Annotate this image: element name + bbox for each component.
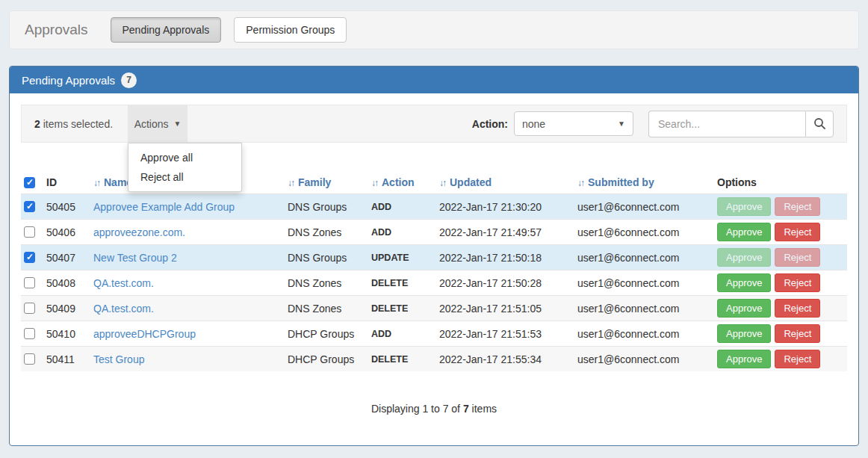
- row-submitted-by: user1@6connect.com: [577, 277, 717, 289]
- row-submitted-by: user1@6connect.com: [577, 201, 717, 213]
- row-name-link[interactable]: Approvee Example Add Group: [93, 201, 235, 213]
- row-updated: 2022-Jan-17 21:51:05: [439, 303, 577, 315]
- row-action: ADD: [371, 329, 439, 339]
- pagination-prefix: Displaying 1 to 7 of: [371, 403, 460, 415]
- reject-button[interactable]: Reject: [775, 273, 820, 292]
- row-checkbox[interactable]: [24, 277, 35, 288]
- row-family: DNS Zones: [288, 303, 371, 315]
- table-body: 50405 Approvee Example Add Group DNS Gro…: [21, 194, 847, 371]
- table-row: 50408 QA.test.com. DNS Zones DELETE 2022…: [21, 270, 847, 295]
- row-name-link[interactable]: Test Group: [93, 353, 144, 365]
- reject-button[interactable]: Reject: [775, 324, 820, 343]
- row-action: ADD: [371, 227, 439, 238]
- page-header: Approvals Pending Approvals Permission G…: [9, 10, 859, 49]
- column-header-family[interactable]: ↓↑Family: [288, 176, 371, 188]
- row-action: DELETE: [371, 354, 439, 365]
- row-submitted-by: user1@6connect.com: [577, 303, 717, 315]
- row-checkbox[interactable]: [24, 353, 35, 365]
- table-row: 50407 New Test Group 2 DNS Groups UPDATE…: [21, 244, 847, 270]
- row-updated: 2022-Jan-17 21:55:34: [439, 353, 577, 365]
- actions-menu: Approve all Reject all: [128, 143, 242, 192]
- row-id: 50408: [46, 277, 93, 289]
- sort-icon: ↓↑: [577, 178, 583, 188]
- approve-button[interactable]: Approve: [717, 248, 771, 267]
- column-header-updated[interactable]: ↓↑Updated: [439, 176, 577, 188]
- approve-button[interactable]: Approve: [717, 299, 771, 318]
- approve-button[interactable]: Approve: [717, 223, 771, 241]
- tab-permission-groups[interactable]: Permission Groups: [234, 17, 347, 43]
- column-header-id: ID: [46, 176, 93, 188]
- selected-label: items selected.: [40, 118, 113, 130]
- row-updated: 2022-Jan-17 21:30:20: [439, 201, 577, 213]
- row-family: DHCP Groups: [288, 353, 371, 365]
- table-row: 50409 QA.test.com. DNS Zones DELETE 2022…: [21, 295, 847, 321]
- search-input[interactable]: [648, 111, 805, 137]
- actions-label: Actions: [134, 118, 169, 130]
- row-submitted-by: user1@6connect.com: [577, 252, 717, 264]
- menu-item-reject-all[interactable]: Reject all: [128, 167, 241, 187]
- pagination-summary: Displaying 1 to 7 of 7 items: [21, 403, 847, 415]
- row-submitted-by: user1@6connect.com: [577, 353, 717, 365]
- action-filter-value: none: [522, 118, 545, 130]
- row-updated: 2022-Jan-17 21:50:18: [439, 252, 577, 264]
- row-family: DHCP Groups: [288, 328, 371, 340]
- search-icon: [813, 117, 826, 130]
- row-name-link[interactable]: New Test Group 2: [93, 252, 177, 264]
- column-header-options: Options: [717, 176, 847, 188]
- row-id: 50411: [46, 353, 93, 365]
- row-checkbox[interactable]: [24, 328, 35, 339]
- row-name-link[interactable]: QA.test.com.: [93, 303, 154, 315]
- menu-item-approve-all[interactable]: Approve all: [128, 148, 241, 167]
- row-family: DNS Zones: [288, 277, 371, 289]
- reject-button[interactable]: Reject: [775, 299, 820, 318]
- row-name-link[interactable]: approveezone.com.: [93, 226, 185, 238]
- reject-button[interactable]: Reject: [775, 248, 820, 267]
- row-checkbox[interactable]: [24, 303, 35, 314]
- row-updated: 2022-Jan-17 21:50:28: [439, 277, 577, 289]
- table-row: 50410 approveeDHCPGroup DHCP Groups ADD …: [21, 321, 847, 346]
- row-family: DNS Groups: [288, 252, 371, 264]
- row-id: 50406: [46, 226, 93, 238]
- row-id: 50407: [46, 252, 93, 264]
- row-family: DNS Groups: [288, 201, 371, 213]
- row-checkbox[interactable]: [24, 226, 35, 238]
- search-group: [648, 111, 834, 137]
- row-submitted-by: user1@6connect.com: [577, 328, 717, 340]
- tab-pending-approvals[interactable]: Pending Approvals: [111, 17, 222, 43]
- pagination-total: 7: [463, 403, 469, 415]
- select-all-checkbox[interactable]: [24, 177, 35, 188]
- panel-title: Pending Approvals: [22, 74, 115, 87]
- sort-icon: ↓↑: [288, 178, 294, 188]
- selected-count: 2: [34, 118, 40, 130]
- actions-dropdown-button[interactable]: Actions ▼: [128, 105, 187, 142]
- row-id: 50410: [46, 328, 93, 340]
- row-action: UPDATE: [371, 253, 439, 263]
- caret-down-icon: ▼: [174, 120, 182, 128]
- row-checkbox[interactable]: [24, 201, 35, 212]
- table-row: 50411 Test Group DHCP Groups DELETE 2022…: [21, 346, 847, 371]
- row-id: 50405: [46, 201, 93, 213]
- count-badge: 7: [121, 72, 137, 88]
- approve-button[interactable]: Approve: [717, 324, 771, 343]
- pagination-suffix: items: [472, 403, 497, 415]
- approve-button[interactable]: Approve: [717, 273, 771, 292]
- row-name-link[interactable]: QA.test.com.: [93, 277, 154, 289]
- row-checkbox[interactable]: [24, 252, 35, 263]
- search-button[interactable]: [805, 111, 834, 137]
- approve-button[interactable]: Approve: [717, 350, 771, 368]
- row-family: DNS Zones: [288, 226, 371, 238]
- panel-body: 2 items selected. Actions ▼ Approve all …: [10, 93, 858, 426]
- approvals-table: ID ↓↑Name ↓↑Family ↓↑Action ↓↑Updated ↓↑…: [21, 171, 847, 371]
- reject-button[interactable]: Reject: [775, 223, 820, 241]
- table-row: 50405 Approvee Example Add Group DNS Gro…: [21, 194, 847, 219]
- row-name-link[interactable]: approveeDHCPGroup: [93, 328, 196, 340]
- panel-header: Pending Approvals 7: [10, 66, 858, 93]
- column-header-action[interactable]: ↓↑Action: [371, 176, 439, 188]
- reject-button[interactable]: Reject: [775, 350, 820, 368]
- page-title: Approvals: [25, 22, 88, 38]
- approve-button[interactable]: Approve: [717, 197, 771, 216]
- action-filter-select[interactable]: none ▼: [514, 111, 633, 136]
- reject-button[interactable]: Reject: [775, 197, 820, 216]
- row-action: DELETE: [371, 303, 439, 314]
- column-header-submitted-by[interactable]: ↓↑Submitted by: [577, 176, 717, 188]
